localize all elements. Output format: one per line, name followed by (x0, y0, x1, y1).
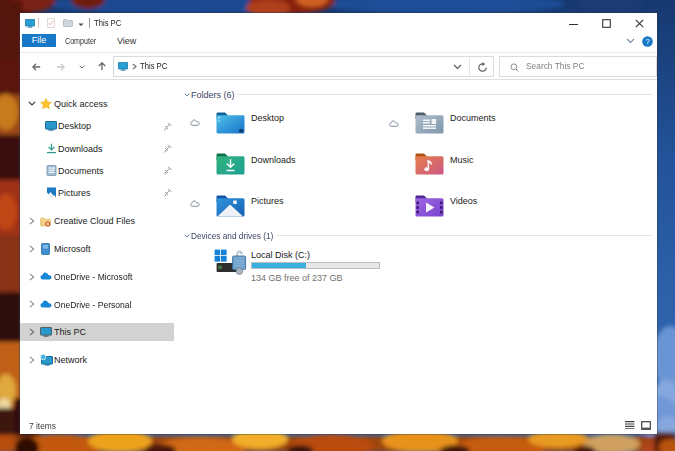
svg-text:?: ? (645, 37, 649, 46)
